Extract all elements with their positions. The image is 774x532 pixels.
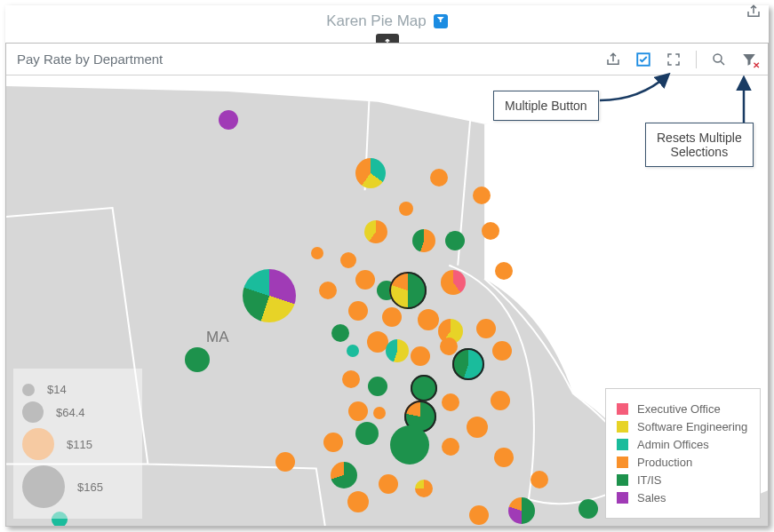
map-pie-marker[interactable] <box>355 158 386 188</box>
dashboard-header: Karen Pie Map <box>5 0 769 43</box>
map-pie-marker[interactable] <box>373 407 386 419</box>
active-filter-icon[interactable] <box>434 14 448 28</box>
map-pie-marker[interactable] <box>579 499 598 519</box>
map-pie-marker[interactable] <box>430 169 448 187</box>
map-pie-marker[interactable] <box>473 187 491 204</box>
color-legend: Executive OfficeSoftware EngineeringAdmi… <box>605 388 761 519</box>
legend-item[interactable]: Admin Offices <box>617 438 749 451</box>
map-pie-marker[interactable] <box>364 220 387 243</box>
map-pie-marker[interactable] <box>331 324 349 342</box>
map-pie-marker[interactable] <box>441 270 466 295</box>
map-pie-marker[interactable] <box>275 452 295 472</box>
map-pie-marker[interactable] <box>386 339 409 362</box>
map-pie-marker[interactable] <box>494 448 514 467</box>
map-pie-marker[interactable] <box>340 252 356 268</box>
multiple-select-button[interactable] <box>635 52 651 67</box>
callout-multiple-button: Multiple Button <box>493 91 599 121</box>
legend-item[interactable]: Software Engineering <box>617 420 749 433</box>
map-pie-marker[interactable] <box>348 301 368 321</box>
map-pie-marker[interactable] <box>411 375 437 401</box>
map-pie-marker[interactable] <box>415 480 433 497</box>
map-pie-marker[interactable] <box>467 417 488 438</box>
size-legend-2: $115 <box>67 438 92 451</box>
map-pie-marker[interactable] <box>368 377 387 396</box>
legend-item[interactable]: Executive Office <box>617 402 749 416</box>
map-pie-marker[interactable] <box>399 202 413 216</box>
dashboard-title: Karen Pie Map <box>326 12 426 30</box>
state-label: MA <box>206 329 229 346</box>
legend-item[interactable]: Sales <box>617 491 749 504</box>
size-legend-1: $64.4 <box>56 406 85 419</box>
map-pie-marker[interactable] <box>348 401 368 421</box>
map-pie-marker[interactable] <box>382 307 402 327</box>
dashboard-stage: Karen Pie Map Pay Rate by Department ✕ <box>0 0 774 532</box>
map-pie-marker[interactable] <box>491 391 510 410</box>
map-pie-marker[interactable] <box>390 425 429 465</box>
map-pie-marker[interactable] <box>492 341 512 361</box>
map-pie-marker[interactable] <box>355 422 379 445</box>
map-pie-marker[interactable] <box>469 505 489 525</box>
fullscreen-icon[interactable] <box>666 52 682 67</box>
share-icon[interactable] <box>746 4 762 20</box>
map-pie-marker[interactable] <box>476 319 496 338</box>
card-header: Pay Rate by Department ✕ <box>6 44 768 75</box>
map-pie-marker[interactable] <box>342 370 360 388</box>
map-pie-marker[interactable] <box>389 272 427 309</box>
map-card: Pay Rate by Department ✕ MA $14 $64.4 <box>5 43 769 527</box>
map-pie-marker[interactable] <box>418 309 439 330</box>
search-icon[interactable] <box>711 52 727 67</box>
size-legend-0: $14 <box>47 383 67 396</box>
toolbar-separator <box>696 51 697 68</box>
map-pie-marker[interactable] <box>243 269 296 322</box>
map-pie-marker[interactable] <box>452 348 484 380</box>
map-pie-marker[interactable] <box>331 462 357 488</box>
map-pie-marker[interactable] <box>355 270 375 290</box>
map-pie-marker[interactable] <box>412 229 435 252</box>
size-legend: $14 $64.4 $115 $165 <box>13 369 142 519</box>
map-pie-marker[interactable] <box>531 471 548 488</box>
map-pie-marker[interactable] <box>311 247 323 259</box>
map-pie-marker[interactable] <box>442 393 459 411</box>
map-pie-marker[interactable] <box>347 491 369 512</box>
size-legend-3: $165 <box>77 480 103 494</box>
map-pie-marker[interactable] <box>440 337 458 355</box>
map-pie-marker[interactable] <box>508 497 535 524</box>
legend-item[interactable]: IT/IS <box>617 473 749 487</box>
export-icon[interactable] <box>605 52 621 67</box>
map-pie-marker[interactable] <box>319 282 337 299</box>
map-pie-marker[interactable] <box>482 222 499 240</box>
callout-reset-selections: Resets Multiple Selections <box>645 123 754 167</box>
reset-filter-button[interactable]: ✕ <box>741 52 757 67</box>
map-pie-marker[interactable] <box>379 474 398 494</box>
map-pie-marker[interactable] <box>219 110 238 130</box>
map-pie-marker[interactable] <box>442 438 459 456</box>
map-pie-marker[interactable] <box>411 346 430 366</box>
map-pie-marker[interactable] <box>445 231 465 250</box>
card-title: Pay Rate by Department <box>17 52 163 67</box>
map-pie-marker[interactable] <box>495 262 513 280</box>
svg-point-1 <box>714 54 722 62</box>
map-pie-marker[interactable] <box>347 345 359 357</box>
map-pie-marker[interactable] <box>185 347 210 372</box>
legend-item[interactable]: Production <box>617 456 749 469</box>
card-toolbar: ✕ <box>605 51 757 68</box>
map-pie-marker[interactable] <box>323 433 343 452</box>
